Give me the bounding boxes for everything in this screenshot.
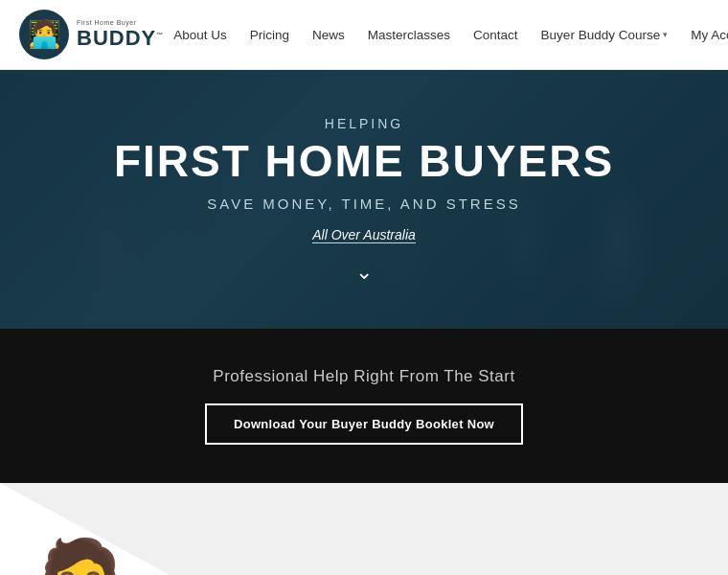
hero-title: FIRST HOME BUYERS xyxy=(114,137,614,186)
hero-location-highlight: Australia xyxy=(363,227,415,243)
nav-item-masterclasses[interactable]: Masterclasses xyxy=(358,20,460,50)
bottom-section: 🧑 xyxy=(0,483,728,575)
main-nav: About Us Pricing News Masterclasses Cont… xyxy=(164,20,728,50)
nav-item-pricing[interactable]: Pricing xyxy=(240,20,299,50)
nav-item-contact[interactable]: Contact xyxy=(464,20,528,50)
hero-location: All Over Australia xyxy=(312,227,416,242)
nav-item-buyer-buddy-course[interactable]: Buyer Buddy Course ▾ xyxy=(532,20,678,50)
download-booklet-button[interactable]: Download Your Buyer Buddy Booklet Now xyxy=(205,403,523,445)
dropdown-chevron-icon: ▾ xyxy=(663,30,668,39)
nav-item-about-us[interactable]: About Us xyxy=(164,20,237,50)
hero-helping-label: HELPING xyxy=(325,116,403,131)
logo[interactable]: 🧑‍💻 First Home Buyer BUDDY™ xyxy=(19,10,164,59)
logo-text: First Home Buyer BUDDY™ xyxy=(77,19,164,50)
nav-item-news[interactable]: News xyxy=(303,20,354,50)
hero-scroll-chevron[interactable]: ⌄ xyxy=(355,262,373,283)
hero-subtitle: SAVE MONEY, TIME, AND STRESS xyxy=(207,196,520,212)
logo-brand-name: BUDDY™ xyxy=(77,27,164,50)
logo-icon: 🧑‍💻 xyxy=(19,10,69,59)
cta-section: Professional Help Right From The Start D… xyxy=(0,329,728,483)
hero-section: HELPING FIRST HOME BUYERS SAVE MONEY, TI… xyxy=(0,70,728,329)
cta-headline: Professional Help Right From The Start xyxy=(213,367,514,386)
hero-content: HELPING FIRST HOME BUYERS SAVE MONEY, TI… xyxy=(114,116,614,283)
site-header: 🧑‍💻 First Home Buyer BUDDY™ About Us Pri… xyxy=(0,0,728,70)
buddy-mascot-icon: 🧑‍💻 xyxy=(28,21,61,48)
nav-item-my-account[interactable]: My Account xyxy=(681,20,728,50)
bottom-mascot-icon: 🧑 xyxy=(38,540,122,575)
